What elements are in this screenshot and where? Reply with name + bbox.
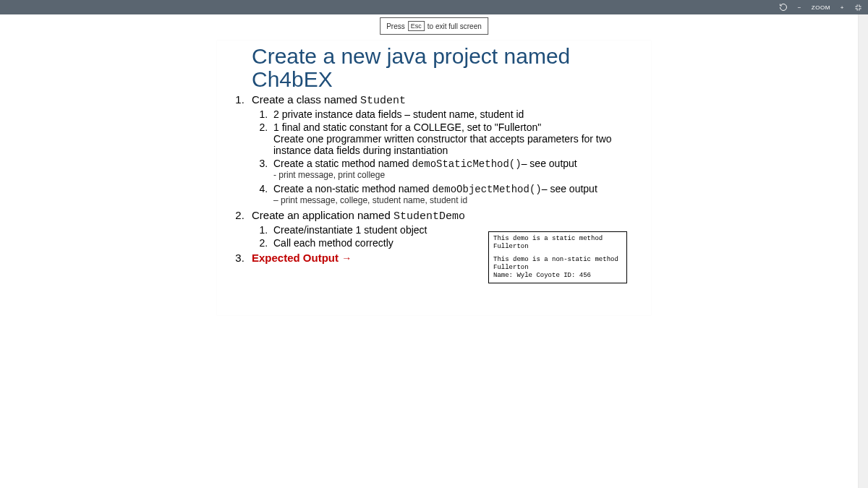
sub1-3b: – see output bbox=[522, 158, 577, 169]
zoom-plus[interactable]: + bbox=[841, 4, 844, 11]
arrow-right-icon: → bbox=[341, 252, 352, 264]
output-block-2: This demo is a non-static method Fullert… bbox=[493, 256, 622, 281]
output-line: Fullerton bbox=[493, 264, 622, 272]
item1-text: Create a class named bbox=[252, 93, 360, 106]
zoom-minus[interactable]: − bbox=[798, 4, 801, 11]
scrollbar-track[interactable] bbox=[858, 14, 868, 488]
sub1-3code: demoStaticMethod() bbox=[412, 158, 521, 170]
output-line: This demo is a non-static method bbox=[493, 256, 622, 264]
sub1-4sub: – print message, college, student name, … bbox=[273, 195, 634, 207]
sub1-2a: 1 final and static constant for a COLLEG… bbox=[273, 121, 541, 133]
list-item-1: Create a class named Student 2 private i… bbox=[247, 93, 634, 206]
hint-rest: to exit full screen bbox=[427, 22, 482, 30]
sub1-3a: Create a static method named bbox=[273, 158, 412, 169]
sub1-4: Create a non-static method named demoObj… bbox=[271, 183, 634, 207]
sub1-3sub: - print message, print college bbox=[273, 170, 634, 181]
slide: Create a new java project named Ch4bEX C… bbox=[217, 40, 651, 315]
item2-code: StudentDemo bbox=[393, 210, 465, 223]
sublist-1: 2 private instance data fields – student… bbox=[252, 108, 634, 206]
sub1-2: 1 final and static constant for a COLLEG… bbox=[271, 121, 634, 156]
zoom-label: ZOOM bbox=[812, 4, 830, 11]
reload-icon[interactable] bbox=[779, 3, 788, 12]
fullscreen-exit-icon[interactable] bbox=[854, 4, 862, 12]
item3-text: Expected Output bbox=[252, 252, 341, 264]
window-topbar: − ZOOM + bbox=[0, 0, 868, 14]
hint-key: Esc bbox=[408, 21, 425, 31]
sub1-1: 2 private instance data fields – student… bbox=[271, 108, 634, 120]
output-box: This demo is a static method Fullerton T… bbox=[488, 231, 627, 283]
output-block-1: This demo is a static method Fullerton bbox=[493, 235, 622, 252]
sub1-4code: demoObjectMethod() bbox=[432, 184, 541, 195]
output-line: This demo is a static method bbox=[493, 235, 622, 243]
sub1-4a: Create a non-static method named bbox=[273, 183, 432, 194]
topbar-controls: − ZOOM + bbox=[779, 0, 862, 14]
esc-hint: Press Esc to exit full screen bbox=[380, 17, 488, 35]
slide-title: Create a new java project named Ch4bEX bbox=[234, 45, 634, 90]
item1-code: Student bbox=[360, 95, 406, 107]
sub1-3: Create a static method named demoStaticM… bbox=[271, 158, 634, 181]
hint-press: Press bbox=[386, 22, 405, 30]
output-line: Fullerton bbox=[493, 243, 622, 251]
sub1-2b: Create one programmer written constructo… bbox=[273, 133, 612, 156]
sub1-4b: – see output bbox=[542, 183, 597, 194]
item2-text: Create an application named bbox=[252, 209, 393, 221]
output-line: Name: Wyle Coyote ID: 456 bbox=[493, 272, 622, 280]
